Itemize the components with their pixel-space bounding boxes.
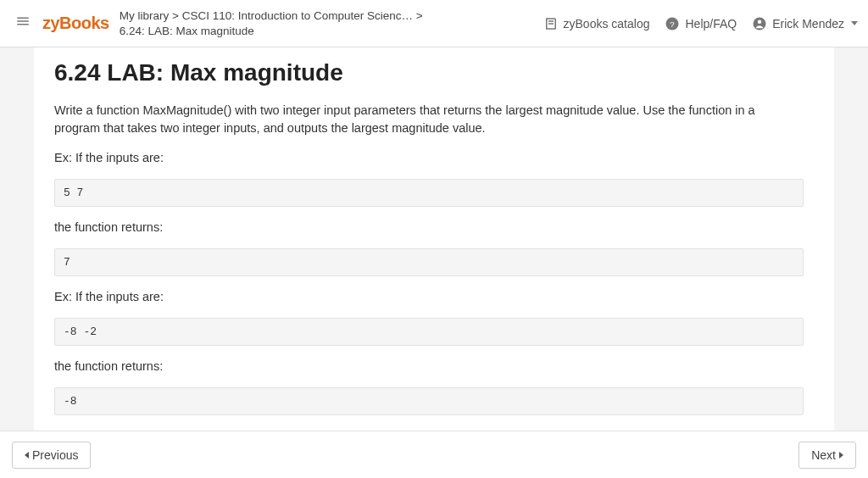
top-bar: zyBooks My library > CSCI 110: Introduct… [0,0,868,47]
breadcrumb[interactable]: My library > CSCI 110: Introduction to C… [120,8,537,38]
return2-code: -8 [54,387,804,415]
content-region: 6.24 LAB: Max magnitude Write a function… [0,47,868,431]
example1-code: 5 7 [54,179,804,207]
previous-label: Previous [32,448,78,462]
user-icon [752,16,767,31]
triangle-left-icon [25,452,29,459]
svg-point-3 [758,19,762,24]
top-links: zyBooks catalog ? Help/FAQ Erick Mendez [543,16,858,31]
chevron-down-icon [851,21,858,25]
help-icon: ? [665,16,680,31]
catalog-label: zyBooks catalog [564,17,650,31]
menu-icon[interactable] [10,10,36,36]
page-title: 6.24 LAB: Max magnitude [34,59,804,86]
return1-code: 7 [54,248,804,276]
catalog-link[interactable]: zyBooks catalog [543,16,650,31]
user-menu[interactable]: Erick Mendez [752,16,858,31]
previous-button[interactable]: Previous [12,442,91,469]
bottom-nav: Previous Next [0,431,868,478]
svg-text:?: ? [670,19,676,28]
intro-text: Write a function MaxMagnitude() with two… [34,102,804,137]
example2-code: -8 -2 [54,318,804,346]
triangle-right-icon [839,452,843,459]
return1-label: the function returns: [34,219,804,236]
logo[interactable]: zyBooks [42,14,109,33]
next-label: Next [811,448,836,462]
next-button[interactable]: Next [798,442,856,469]
example2-label: Ex: If the inputs are: [34,288,804,306]
example1-label: Ex: If the inputs are: [34,149,804,167]
user-name: Erick Mendez [772,17,844,31]
help-label: Help/FAQ [685,17,737,31]
content-card: 6.24 LAB: Max magnitude Write a function… [34,47,834,431]
catalog-icon [543,16,559,31]
return2-label: the function returns: [34,358,804,375]
breadcrumb-line-2: 6.24: LAB: Max magnitude [120,24,537,39]
breadcrumb-line-1: My library > CSCI 110: Introduction to C… [120,8,537,24]
help-link[interactable]: ? Help/FAQ [665,16,737,31]
